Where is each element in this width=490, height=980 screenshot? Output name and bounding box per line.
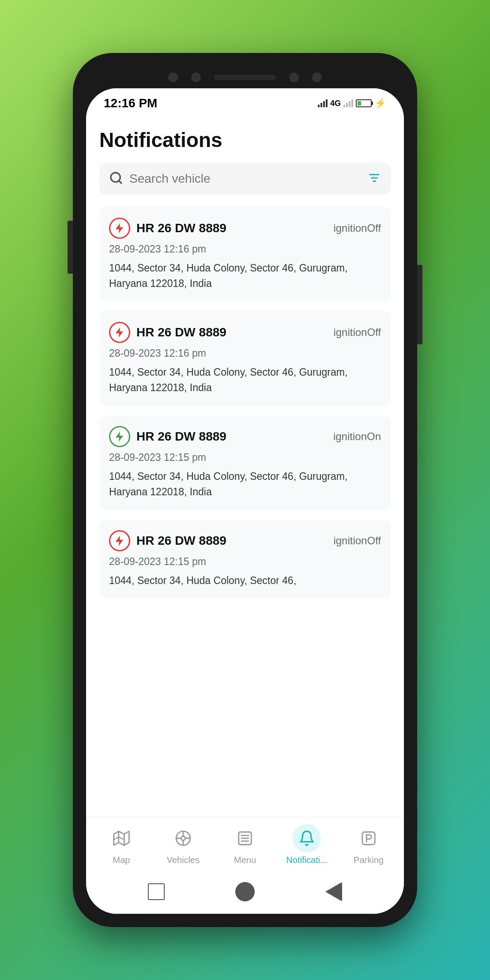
nav-item-map[interactable]: Map (90, 824, 152, 865)
camera-left (168, 72, 178, 82)
home-bar (86, 874, 404, 914)
card-address: 1044, Sector 34, Huda Colony, Sector 46,… (109, 469, 381, 499)
card-header: HR 26 DW 8889 ignitionOff (109, 218, 381, 239)
nav-item-notifications[interactable]: Notificati... (276, 824, 338, 865)
card-datetime: 28-09-2023 12:15 pm (109, 556, 381, 568)
ignition-off-icon (109, 218, 130, 239)
nav-label-parking: Parking (354, 855, 384, 865)
status-badge: ignitionOn (333, 430, 381, 443)
nav-label-menu: Menu (234, 855, 256, 865)
svg-rect-20 (362, 832, 375, 845)
parking-icon-wrap (354, 824, 383, 852)
bottom-navigation: Map Vehicles (86, 817, 404, 874)
signal-icon-2 (343, 99, 353, 107)
card-address: 1044, Sector 34, Huda Colony, Sector 46, (109, 573, 381, 588)
camera-right (289, 72, 299, 82)
nav-label-vehicles: Vehicles (167, 855, 200, 865)
menu-icon (237, 830, 253, 847)
ignition-on-icon (109, 426, 130, 447)
card-datetime: 28-09-2023 12:16 pm (109, 347, 381, 359)
status-badge: ignitionOff (333, 222, 381, 234)
status-bar: 12:16 PM 4G (86, 88, 404, 115)
card-left: HR 26 DW 8889 (109, 426, 226, 447)
map-icon (113, 830, 130, 847)
nav-item-menu[interactable]: Menu (214, 824, 276, 865)
page-title: Notifications (99, 115, 391, 163)
card-header: HR 26 DW 8889 ignitionOff (109, 322, 381, 343)
svg-line-8 (114, 837, 119, 840)
nav-label-map: Map (113, 855, 130, 865)
battery-icon (356, 99, 372, 107)
search-bar[interactable] (99, 163, 391, 195)
ignition-off-icon (109, 530, 130, 551)
card-header: HR 26 DW 8889 ignitionOn (109, 426, 381, 447)
speaker (214, 75, 276, 80)
vehicles-icon (175, 830, 192, 847)
nav-item-parking[interactable]: Parking (338, 824, 400, 865)
card-address: 1044, Sector 34, Huda Colony, Sector 46,… (109, 260, 381, 291)
vehicle-id: HR 26 DW 8889 (136, 430, 226, 444)
vehicle-id: HR 26 DW 8889 (136, 534, 226, 548)
card-header: HR 26 DW 8889 ignitionOff (109, 530, 381, 551)
vehicle-id: HR 26 DW 8889 (136, 325, 226, 339)
map-icon-wrap (107, 824, 136, 852)
phone-screen: 12:16 PM 4G (86, 88, 404, 914)
filter-icon[interactable] (368, 171, 381, 186)
notifications-icon-wrap (293, 824, 321, 852)
notification-card[interactable]: HR 26 DW 8889 ignitionOff 28-09-2023 12:… (99, 311, 391, 406)
status-badge: ignitionOff (333, 535, 381, 547)
ignition-off-icon (109, 322, 130, 343)
status-time: 12:16 PM (104, 96, 157, 110)
search-icon (109, 171, 123, 187)
search-input[interactable] (129, 172, 368, 186)
notification-card[interactable]: HR 26 DW 8889 ignitionOff 28-09-2023 12:… (99, 520, 391, 599)
signal-icon (318, 99, 328, 107)
nav-item-vehicles[interactable]: Vehicles (152, 824, 214, 865)
recents-button[interactable] (325, 882, 342, 901)
camera-far-right (312, 72, 322, 82)
status-badge: ignitionOff (333, 326, 381, 339)
menu-icon-wrap (231, 824, 259, 852)
notification-card[interactable]: HR 26 DW 8889 ignitionOff 28-09-2023 12:… (99, 207, 391, 302)
card-left: HR 26 DW 8889 (109, 322, 226, 343)
svg-line-1 (119, 181, 121, 183)
vehicles-icon-wrap (169, 824, 197, 852)
vehicle-id: HR 26 DW 8889 (136, 221, 226, 235)
home-button[interactable] (235, 882, 255, 901)
camera-center (191, 72, 201, 82)
parking-icon (360, 830, 377, 847)
back-button[interactable] (148, 883, 165, 900)
bell-icon (298, 830, 315, 847)
card-address: 1044, Sector 34, Huda Colony, Sector 46,… (109, 365, 381, 395)
card-left: HR 26 DW 8889 (109, 218, 226, 239)
nav-label-notifications: Notificati... (286, 855, 327, 865)
network-type: 4G (330, 99, 341, 108)
card-datetime: 28-09-2023 12:15 pm (109, 452, 381, 464)
phone-frame: 12:16 PM 4G (73, 53, 417, 927)
notification-card[interactable]: HR 26 DW 8889 ignitionOn 28-09-2023 12:1… (99, 415, 391, 510)
top-notch (162, 66, 328, 88)
main-content: Notifications (86, 115, 404, 817)
charging-icon: ⚡ (374, 98, 386, 109)
svg-line-9 (119, 837, 124, 840)
card-left: HR 26 DW 8889 (109, 530, 226, 551)
status-icons: 4G ⚡ (318, 98, 386, 109)
card-datetime: 28-09-2023 12:16 pm (109, 243, 381, 255)
